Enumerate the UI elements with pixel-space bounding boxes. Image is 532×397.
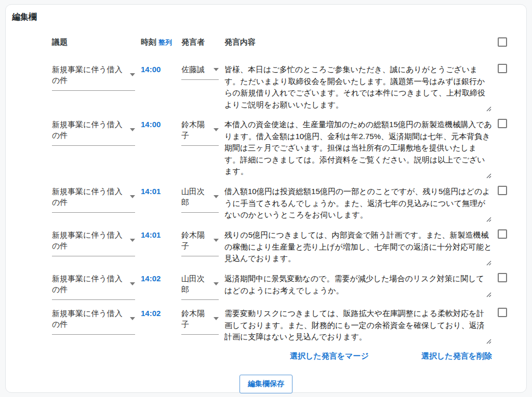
action-links: 選択した発言をマージ 選択した発言を削除	[224, 351, 492, 361]
statement-textarea[interactable]: 残りの5億円につきましては、内部資金で賄う計画です。また、新製造機械の稼働により…	[224, 229, 492, 265]
select-all-checkbox[interactable]	[498, 37, 507, 47]
content-cell: 本借入の資金使途は、生産量増加のための総額15億円の新製造機械購入であります。借…	[224, 119, 492, 178]
save-row: 編集欄保存	[12, 375, 520, 393]
chevron-down-icon	[130, 239, 135, 242]
table-header-row: 議題 時刻 整列 発言者 発言内容	[52, 37, 507, 47]
row-checkbox[interactable]	[498, 64, 507, 73]
content-cell: 残りの5億円につきましては、内部資金で賄う計画です。また、新製造機械の稼働により…	[224, 229, 492, 265]
content-cell: 需要変動リスクにつきましては、販路拡大や在庫調整による柔軟対応を計画しております…	[224, 308, 492, 344]
row-checkbox[interactable]	[498, 273, 507, 282]
row-checkbox[interactable]	[498, 186, 507, 195]
speaker-select[interactable]: 佐藤誠	[181, 64, 219, 80]
header-time: 時刻 整列	[141, 37, 176, 47]
chevron-down-icon	[130, 195, 135, 198]
statement-textarea[interactable]: 皆様、本日はご多忙のところご参集いただき、誠にありがとうございます。ただいまより…	[224, 64, 492, 111]
statement-textarea[interactable]: 借入額10億円は投資総額15億円の一部とのことですが、残り5億円はどのように手当…	[224, 186, 492, 222]
chevron-down-icon	[130, 282, 135, 285]
actions-row: 選択した発言をマージ 選択した発言を削除	[52, 351, 507, 361]
chevron-down-icon	[214, 282, 219, 285]
statement-textarea[interactable]: 本借入の資金使途は、生産量増加のための総額15億円の新製造機械購入であります。借…	[224, 119, 492, 178]
statements-table: 議題 時刻 整列 発言者 発言内容 新規事業に伴う借入の件 14:00 佐藤誠 …	[52, 37, 507, 361]
topic-select[interactable]: 新規事業に伴う借入の件	[52, 308, 135, 335]
chevron-down-icon	[130, 317, 135, 320]
header-content: 発言内容	[224, 37, 492, 47]
header-speaker: 発言者	[181, 37, 219, 47]
chevron-down-icon	[214, 195, 219, 198]
table-row: 新規事業に伴う借入の件 14:00 鈴木陽子 本借入の資金使途は、生産量増加のた…	[52, 119, 507, 178]
row-checkbox[interactable]	[498, 308, 507, 317]
speaker-select[interactable]: 鈴木陽子	[181, 229, 219, 256]
topic-select[interactable]: 新規事業に伴う借入の件	[52, 273, 135, 300]
table-row: 新規事業に伴う借入の件 14:02 鈴木陽子 需要変動リスクにつきましては、販路…	[52, 308, 507, 344]
time-field[interactable]: 14:01	[141, 229, 176, 240]
panel-title: 編集欄	[12, 12, 520, 23]
chevron-down-icon	[214, 317, 219, 320]
header-time-label: 時刻	[141, 37, 156, 47]
header-topic: 議題	[52, 37, 135, 47]
content-cell: 返済期間中に景気変動なので。需要が減少した場合のリスク対策に関してはどのようにお…	[224, 273, 492, 297]
edit-panel: 編集欄 議題 時刻 整列 発言者 発言内容 新規事業に伴う借入の件 14:00 …	[5, 4, 527, 393]
chevron-down-icon	[130, 128, 135, 131]
table-row: 新規事業に伴う借入の件 14:00 佐藤誠 皆様、本日はご多忙のところご参集いた…	[52, 64, 507, 111]
time-field[interactable]: 14:00	[141, 119, 176, 130]
time-field[interactable]: 14:02	[141, 273, 176, 284]
content-cell: 借入額10億円は投資総額15億円の一部とのことですが、残り5億円はどのように手当…	[224, 186, 492, 222]
merge-selected-link[interactable]: 選択した発言をマージ	[290, 351, 369, 361]
speaker-select[interactable]: 山田次郎	[181, 186, 219, 213]
content-cell: 皆様、本日はご多忙のところご参集いただき、誠にありがとうございます。ただいまより…	[224, 64, 492, 111]
statement-textarea[interactable]: 需要変動リスクにつきましては、販路拡大や在庫調整による柔軟対応を計画しております…	[224, 308, 492, 344]
save-edit-button[interactable]: 編集欄保存	[240, 375, 292, 393]
chevron-down-icon	[214, 68, 219, 71]
chevron-down-icon	[214, 239, 219, 242]
table-row: 新規事業に伴う借入の件 14:01 鈴木陽子 残りの5億円につきましては、内部資…	[52, 229, 507, 265]
chevron-down-icon	[214, 128, 219, 131]
time-field[interactable]: 14:00	[141, 64, 176, 75]
time-field[interactable]: 14:01	[141, 186, 176, 197]
chevron-down-icon	[130, 73, 135, 76]
topic-select[interactable]: 新規事業に伴う借入の件	[52, 64, 135, 91]
speaker-select[interactable]: 山田次郎	[181, 273, 219, 300]
row-checkbox[interactable]	[498, 229, 507, 239]
statement-textarea[interactable]: 返済期間中に景気変動なので。需要が減少した場合のリスク対策に関してはどのようにお…	[224, 273, 492, 297]
speaker-select[interactable]: 鈴木陽子	[181, 119, 219, 146]
time-field[interactable]: 14:02	[141, 308, 176, 319]
topic-select[interactable]: 新規事業に伴う借入の件	[52, 119, 135, 146]
sort-link[interactable]: 整列	[158, 38, 172, 47]
row-checkbox[interactable]	[498, 119, 507, 128]
table-row: 新規事業に伴う借入の件 14:01 山田次郎 借入額10億円は投資総額15億円の…	[52, 186, 507, 222]
topic-select[interactable]: 新規事業に伴う借入の件	[52, 186, 135, 213]
speaker-select[interactable]: 鈴木陽子	[181, 308, 219, 335]
delete-selected-link[interactable]: 選択した発言を削除	[421, 351, 492, 361]
table-row: 新規事業に伴う借入の件 14:02 山田次郎 返済期間中に景気変動なので。需要が…	[52, 273, 507, 300]
topic-select[interactable]: 新規事業に伴う借入の件	[52, 229, 135, 256]
